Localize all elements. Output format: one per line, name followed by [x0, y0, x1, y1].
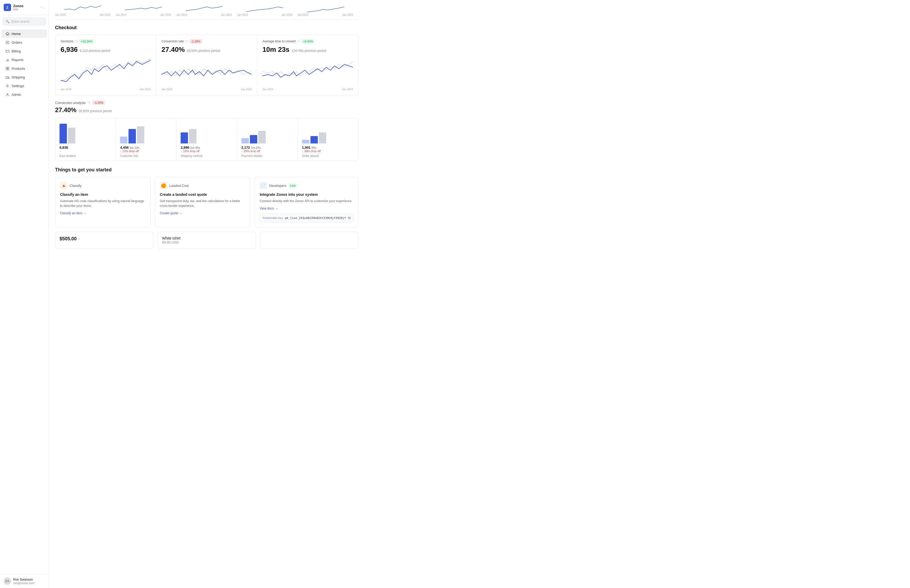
- funnel-bar-blue: [60, 124, 67, 144]
- admin-icon: [5, 92, 10, 97]
- funnel-cart-created: 6,936 – Cart created: [55, 118, 116, 161]
- funnel-bar-top-4: [241, 138, 249, 144]
- funnel-bars-4: [241, 123, 293, 144]
- funnel-count-5: 1,901 56s: [302, 145, 354, 150]
- app-logo[interactable]: Z Zonos 909: [4, 4, 23, 11]
- svg-rect-8: [6, 69, 7, 70]
- svg-point-12: [8, 78, 8, 78]
- app-name: Zonos: [13, 4, 23, 8]
- sidebar-item-billing[interactable]: Billing: [2, 47, 47, 55]
- avgtime-label: Average time to convert: [262, 39, 296, 43]
- sidebar-item-label: Home: [11, 32, 21, 36]
- sidebar-item-label: Reports: [11, 58, 24, 62]
- user-info: Ron Swanson ron@zonos.com: [13, 578, 34, 585]
- sessions-chart-dates: Jan 2024 Jan 2024: [61, 88, 150, 91]
- sidebar-item-label: Admin: [11, 93, 21, 97]
- bottom-card-2: White tshirt 69.00 USD: [157, 232, 256, 249]
- sidebar-item-label: Settings: [11, 84, 24, 88]
- funnel-drop-5: ↓ 30% drop off: [302, 150, 354, 153]
- conv-analysis-badge: -1.20%: [92, 100, 105, 105]
- started-title: Things to get you started: [55, 167, 358, 173]
- funnel-bar-blue-3: [181, 132, 188, 144]
- metric-conversion: Conversion rate ⓘ -1.20% 27.40% 28.60% p…: [156, 35, 257, 95]
- conversion-value: 27.40%: [162, 45, 184, 54]
- developers-card: 📄 Developers Live Integrate Zonos into y…: [255, 177, 358, 228]
- mini-chart-5: Jan 2024 Jan 2024: [298, 2, 358, 17]
- classify-card: 🔺 Classify Classify an item Automate HS …: [55, 177, 150, 228]
- chevron-icon: ⌃ ⌄: [40, 6, 45, 9]
- developers-icon: 📄: [260, 182, 267, 189]
- classify-link-arrow: →: [84, 212, 87, 215]
- developers-card-link[interactable]: View docs →: [260, 207, 353, 210]
- avgtime-value: 10m 23s: [262, 45, 289, 54]
- user-email: ron@zonos.com: [13, 582, 34, 585]
- sidebar-item-products[interactable]: Products: [2, 64, 47, 73]
- api-key-value: pk_live_243u48239h82hf239h9jf3920jf: [285, 216, 346, 220]
- developers-card-header: 📄 Developers Live: [260, 182, 353, 189]
- funnel-label-5: Order placed: [302, 154, 354, 157]
- funnel-bars-2: [120, 123, 172, 144]
- funnel-label-1: Cart created: [60, 154, 112, 157]
- chart-date-start: Jan 2024: [55, 13, 66, 16]
- quick-search[interactable]: 🔍 Quick search: [3, 18, 46, 26]
- svg-point-14: [7, 93, 8, 94]
- developers-card-desc: Connect directly with the Zonos API to c…: [260, 199, 353, 204]
- svg-rect-10: [6, 76, 8, 78]
- classify-service-name: Classify: [70, 184, 82, 188]
- funnel-count-1: 6,936: [60, 145, 112, 150]
- landed-cost-card-desc: Get transparent duty, tax, and fee calcu…: [160, 199, 246, 208]
- svg-rect-7: [8, 67, 9, 68]
- developers-card-title: Integrate Zonos into your system: [260, 192, 353, 197]
- funnel-bar-gray-5: [319, 132, 326, 144]
- main-content: Jan 2024 Jan 2024 Jan 2024 Jan 2024 Ja: [49, 0, 910, 588]
- sidebar-item-shipping[interactable]: Shipping: [2, 73, 47, 81]
- metric-avgtime-header: Average time to convert ⓘ +2.43%: [262, 39, 353, 44]
- copy-icon[interactable]: ⧉: [348, 216, 351, 220]
- funnel-count-3: 2,896 1m 45s: [181, 145, 233, 150]
- products-icon: [5, 66, 10, 71]
- funnel-bar-gray-4: [258, 131, 266, 144]
- search-placeholder: Quick search: [11, 20, 29, 23]
- home-icon: [5, 32, 10, 36]
- funnel-bars-3: [181, 123, 233, 144]
- landed-cost-card: 🟠 Landed Cost Create a landed cost quote…: [155, 177, 251, 228]
- sidebar-item-settings[interactable]: Settings: [2, 82, 47, 90]
- sidebar-item-label: Shipping: [11, 75, 25, 79]
- landed-cost-card-link[interactable]: Create quote →: [160, 212, 246, 215]
- classify-card-link[interactable]: Classify an item →: [60, 212, 145, 215]
- sidebar-item-reports[interactable]: Reports: [2, 55, 47, 64]
- mini-chart-2: Jan 2024 Jan 2024: [116, 2, 176, 17]
- user-profile[interactable]: RS Ron Swanson ron@zonos.com: [0, 574, 48, 588]
- svg-point-11: [6, 78, 6, 78]
- metric-sessions: Sessions ⓘ +12.24% 6,936 6,124 previous …: [55, 35, 156, 95]
- funnel-row: 6,936 – Cart created 4,456 2m 12s ↓ 13% …: [55, 118, 358, 161]
- conv-analysis-label: Conversion analysis: [55, 101, 86, 105]
- svg-rect-9: [8, 69, 9, 70]
- funnel-bar-blue-4: [250, 135, 257, 144]
- mini-chart-4: Jan 2024 Jan 2024: [237, 2, 297, 17]
- metric-conversion-header: Conversion rate ⓘ -1.20%: [162, 39, 251, 44]
- cards-grid: 🔺 Classify Classify an item Automate HS …: [55, 177, 358, 228]
- logo-icon: Z: [4, 4, 11, 11]
- conv-prev: 28.60% previous period: [78, 109, 112, 113]
- avatar: RS: [4, 577, 11, 585]
- conv-value-row: 27.40% 28.60% previous period: [55, 106, 358, 114]
- sessions-prev: 6,124 previous period: [80, 49, 110, 53]
- funnel-payment-details: 2,172 1m 23s ↓ 25% drop off Payment deta…: [237, 118, 298, 161]
- sessions-badge: +12.24%: [79, 39, 94, 44]
- funnel-bars-1: [60, 123, 112, 144]
- funnel-label-3: Shipping method: [181, 154, 233, 157]
- funnel-drop-3: ↓ 19% drop off: [181, 150, 233, 153]
- conversion-badge: -1.20%: [189, 39, 202, 44]
- classify-card-header: 🔺 Classify: [60, 182, 145, 189]
- svg-rect-4: [6, 50, 9, 52]
- conversion-info-icon: ⓘ: [185, 39, 188, 43]
- sidebar-item-admin[interactable]: Admin: [2, 90, 47, 99]
- landed-cost-card-header: 🟠 Landed Cost: [160, 182, 246, 189]
- api-key-label: Publishable key: [262, 216, 283, 220]
- avgtime-chart: [262, 56, 353, 87]
- sidebar-item-orders[interactable]: Orders: [2, 38, 47, 47]
- funnel-bar-blue-5: [310, 136, 318, 144]
- metric-avgtime: Average time to convert ⓘ +2.43% 10m 23s…: [257, 35, 358, 95]
- sidebar-item-home[interactable]: Home: [2, 29, 47, 38]
